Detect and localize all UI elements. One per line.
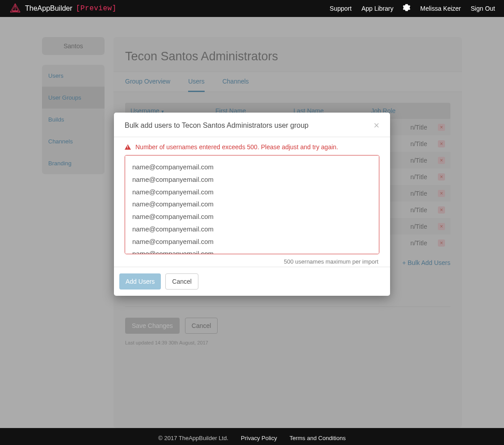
topbar: TheAppBuilder [Preview] Support App Libr… (0, 0, 504, 17)
brand-logo-icon (9, 2, 21, 15)
modal-error-text: Number of usernames entered exceeds 500.… (135, 143, 338, 151)
topbar-links: Support App Library Melissa Keizer Sign … (330, 4, 495, 13)
footer: © 2017 TheAppBuilder Ltd. Privacy Policy… (0, 428, 504, 445)
bulk-add-modal: Bulk add users to Tecon Santos Administr… (114, 113, 390, 296)
brand-name: TheAppBuilder (25, 4, 72, 13)
brand: TheAppBuilder [Preview] (9, 2, 117, 15)
app-library-link[interactable]: App Library (361, 5, 394, 12)
modal-cancel-button[interactable]: Cancel (165, 273, 198, 290)
support-link[interactable]: Support (330, 5, 352, 12)
close-icon[interactable]: × (374, 121, 379, 130)
gear-icon[interactable] (403, 4, 410, 13)
brand-preview-badge: [Preview] (76, 4, 117, 13)
modal-title: Bulk add users to Tecon Santos Administr… (125, 122, 308, 130)
terms-link[interactable]: Terms and Conditions (290, 435, 346, 441)
helper-text: 500 usernames maximum per import (125, 256, 379, 265)
privacy-link[interactable]: Privacy Policy (241, 435, 277, 441)
current-user-link[interactable]: Melissa Keizer (420, 5, 461, 12)
usernames-textarea[interactable] (125, 155, 379, 254)
modal-error-alert: Number of usernames entered exceeds 500.… (125, 143, 379, 151)
signout-link[interactable]: Sign Out (471, 5, 495, 12)
alert-triangle-icon (125, 144, 131, 150)
footer-copyright: © 2017 TheAppBuilder Ltd. (158, 435, 228, 441)
add-users-button[interactable]: Add Users (119, 273, 161, 290)
